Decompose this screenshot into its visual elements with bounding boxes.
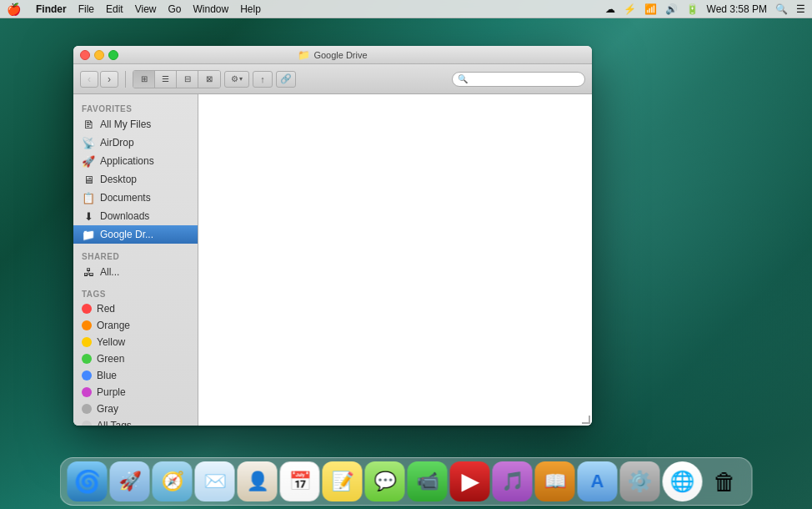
sidebar-label-all-my-files: All My Files: [100, 118, 151, 130]
dock-item-ibooks[interactable]: 📖: [535, 461, 575, 501]
search-box[interactable]: 🔍: [452, 72, 585, 87]
maximize-button[interactable]: [108, 50, 118, 60]
trash-dock-icon: 🗑: [714, 468, 737, 496]
sidebar-label-tag-green: Green: [97, 353, 124, 365]
contacts-dock-icon: 👤: [246, 471, 268, 492]
close-button[interactable]: [80, 50, 90, 60]
tag-orange-dot: [82, 320, 92, 330]
shared-label: SHARED: [73, 249, 198, 263]
dock-item-notes[interactable]: 📝: [323, 461, 363, 501]
toolbar-separator-1: [125, 71, 126, 88]
tag-all-dot: [82, 421, 92, 426]
favorites-label: FAVORITES: [73, 101, 198, 115]
view-icon-mode[interactable]: ⊞: [133, 71, 155, 88]
dock-item-facetime[interactable]: 📹: [408, 461, 448, 501]
wifi-icon: 📶: [644, 3, 657, 15]
sidebar-item-tag-purple[interactable]: Purple: [73, 384, 198, 401]
sidebar-item-tag-orange[interactable]: Orange: [73, 317, 198, 334]
dock-item-finder[interactable]: 🌀: [68, 461, 108, 501]
tag-gray-dot: [82, 404, 92, 414]
dock-item-launchpad[interactable]: 🚀: [110, 461, 150, 501]
sidebar-item-tag-green[interactable]: Green: [73, 350, 198, 367]
dock-item-mail[interactable]: ✉️: [195, 461, 235, 501]
dock-item-dvdplayer[interactable]: ▶: [450, 461, 490, 501]
desktop: 🍎 Finder File Edit View Go Window Help ☁…: [0, 0, 812, 509]
sidebar-item-documents[interactable]: 📋 Documents: [73, 189, 198, 207]
dock-item-appstore[interactable]: A: [578, 461, 618, 501]
minimize-button[interactable]: [94, 50, 104, 60]
dock-item-itunes[interactable]: 🎵: [493, 461, 533, 501]
sidebar-label-tag-orange: Orange: [97, 320, 130, 331]
volume-icon: 🔊: [665, 3, 678, 15]
window-title: Google Drive: [313, 50, 367, 60]
sidebar-label-google-drive: Google Dr...: [100, 229, 153, 240]
sidebar-label-tag-blue: Blue: [97, 370, 117, 381]
datetime-display: Wed 3:58 PM: [707, 3, 767, 15]
sidebar-item-tag-red[interactable]: Red: [73, 300, 198, 317]
window-body: FAVORITES 🖹 All My Files 📡 AirDrop 🚀 App…: [73, 94, 592, 426]
sidebar-item-downloads[interactable]: ⬇ Downloads: [73, 207, 198, 225]
sidebar-label-tag-all: All Tags...: [97, 420, 140, 426]
view-cover-mode[interactable]: ⊠: [198, 71, 220, 88]
sidebar-item-google-drive[interactable]: 📁 Google Dr...: [73, 225, 198, 244]
menubar-left: 🍎 Finder File Edit View Go Window Help: [7, 3, 261, 16]
search-icon[interactable]: 🔍: [775, 3, 788, 15]
share-icon: ↑: [260, 74, 265, 84]
dock-item-trash[interactable]: 🗑: [705, 461, 745, 501]
dock-item-chrome[interactable]: 🌐: [663, 461, 703, 501]
tag-blue-dot: [82, 370, 92, 380]
sidebar-label-tag-gray: Gray: [97, 403, 118, 415]
menubar-window[interactable]: Window: [193, 3, 229, 15]
sidebar-item-applications[interactable]: 🚀 Applications: [73, 152, 198, 170]
sidebar-item-all-my-files[interactable]: 🖹 All My Files: [73, 115, 198, 134]
menubar-help[interactable]: Help: [240, 3, 261, 15]
back-button[interactable]: ‹: [80, 71, 98, 88]
dvdplayer-dock-icon: ▶: [462, 469, 479, 495]
view-list-mode[interactable]: ☰: [155, 71, 177, 88]
sidebar-item-tag-yellow[interactable]: Yellow: [73, 334, 198, 350]
shared-icon: 🖧: [82, 265, 95, 279]
tag-yellow-dot: [82, 337, 92, 347]
tags-label: TAGS: [73, 286, 198, 300]
sidebar-item-all-shared[interactable]: 🖧 All...: [73, 263, 198, 281]
all-my-files-icon: 🖹: [82, 118, 95, 131]
sidebar-item-tag-blue[interactable]: Blue: [73, 367, 198, 384]
sidebar-label-tag-red: Red: [97, 303, 115, 315]
view-column-mode[interactable]: ⊟: [177, 71, 198, 88]
action-button[interactable]: ⚙ ▾: [224, 71, 249, 88]
tag-green-dot: [82, 354, 92, 364]
menubar-file[interactable]: File: [78, 3, 94, 15]
itunes-dock-icon: 🎵: [501, 471, 524, 492]
share-button[interactable]: ↑: [253, 71, 273, 88]
dock-item-messages[interactable]: 💬: [365, 461, 405, 501]
menubar-view[interactable]: View: [135, 3, 157, 15]
dock-item-calendar[interactable]: 📅: [280, 461, 320, 501]
main-content-area[interactable]: [198, 94, 592, 426]
sidebar-label-desktop: Desktop: [100, 174, 137, 185]
sidebar-item-desktop[interactable]: 🖥 Desktop: [73, 170, 198, 189]
search-magnifier-icon: 🔍: [458, 74, 468, 83]
menubar-go[interactable]: Go: [168, 3, 182, 15]
finder-window: 📁 Google Drive ‹ › ⊞ ☰ ⊟ ⊠ ⚙ ▾ ↑: [73, 46, 592, 426]
dock-item-safari[interactable]: 🧭: [153, 461, 193, 501]
finder-dock-icon: 🌀: [74, 469, 101, 495]
forward-button[interactable]: ›: [100, 71, 118, 88]
appstore-dock-icon: A: [591, 471, 604, 492]
menubar-app-name[interactable]: Finder: [36, 3, 67, 15]
google-drive-icon: 📁: [82, 228, 95, 241]
chrome-dock-icon: 🌐: [670, 470, 695, 493]
apple-menu[interactable]: 🍎: [7, 3, 21, 16]
sysprefs-dock-icon: ⚙️: [628, 470, 653, 493]
sidebar-item-tag-all[interactable]: All Tags...: [73, 417, 198, 426]
resize-handle[interactable]: [580, 414, 592, 426]
sidebar-item-airdrop[interactable]: 📡 AirDrop: [73, 134, 198, 152]
menu-extras-icon[interactable]: ☰: [796, 3, 805, 15]
safari-dock-icon: 🧭: [161, 471, 183, 492]
sidebar-item-tag-gray[interactable]: Gray: [73, 401, 198, 417]
link-button[interactable]: 🔗: [276, 71, 296, 88]
dock-item-sysprefs[interactable]: ⚙️: [620, 461, 660, 501]
action-chevron: ▾: [239, 75, 243, 83]
bluetooth-icon: ⚡: [624, 3, 636, 15]
menubar-edit[interactable]: Edit: [106, 3, 123, 15]
dock-item-contacts[interactable]: 👤: [238, 461, 278, 501]
